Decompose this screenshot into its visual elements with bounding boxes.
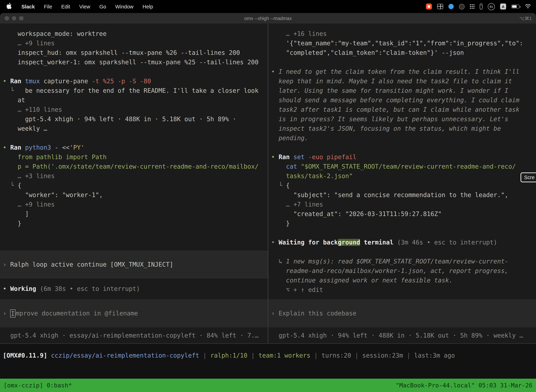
terminal-line: from pathlib import Path <box>0 152 268 162</box>
menu-file[interactable]: File <box>39 4 57 9</box>
close-button[interactable] <box>5 16 9 21</box>
terminal-line <box>268 58 536 67</box>
right-bottom-group: › Explain this codebase gpt-5.4 xhigh · … <box>268 299 536 343</box>
ralph-loop-prompt-text: › Ralph loop active continue [OMX_TMUX_I… <box>0 260 173 269</box>
terminal-line: cat "$OMX_TEAM_STATE_ROOT/team/review-cu… <box>268 162 536 171</box>
terminal-line: … +3 lines <box>0 171 268 181</box>
menu-go[interactable]: Go <box>95 4 111 9</box>
tmux-session-window: [omx-cczip] 0:bash* <box>4 379 72 392</box>
terminal-line <box>268 143 536 152</box>
menu-bar-status-items: 61 A <box>426 3 536 10</box>
terminal-line: weekly … <box>0 124 268 134</box>
terminal-line: } <box>268 219 536 228</box>
terminal-line: "subject": "send a concise recommendatio… <box>268 190 536 200</box>
terminal-line <box>268 247 536 257</box>
terminal-line: keep that in mind. Maybe I also need the… <box>268 77 536 86</box>
left-scrollback: workspace_mode: worktree … +9 lines insp… <box>0 29 268 228</box>
terminal-line: workspace_mode: worktree <box>0 29 268 39</box>
key-icon[interactable] <box>480 4 483 9</box>
right-scrollback: … +16 lines '{"team_name":"my-team","tas… <box>268 29 536 295</box>
screen-recording-stop-icon[interactable] <box>426 4 432 9</box>
terminal-line <box>0 134 268 143</box>
terminal-line: ↳ 1 new msg(s): read $OMX_TEAM_STATE_ROO… <box>268 257 536 266</box>
terminal-line: readme-and-reco/mailbox/worker-1.json, a… <box>268 266 536 276</box>
model-status-left: gpt-5.4 xhigh · essay/ai-reimplementatio… <box>0 331 268 340</box>
terminal-line: gpt-5.4 xhigh · 94% left · 488K in · 5.1… <box>0 115 268 124</box>
terminal-line: task2 after task1 is complete, but can I… <box>268 105 536 115</box>
terminal-line: … +7 lines <box>268 200 536 209</box>
left-bottom-group: › Ralph loop active continue [OMX_TMUX_I… <box>0 250 268 343</box>
wifi-icon[interactable] <box>525 4 531 9</box>
terminal-line <box>268 228 536 238</box>
input-source-icon[interactable]: A <box>500 4 506 9</box>
terminal-line: "worker": "worker-1", <box>0 190 268 200</box>
terminal-line: … +110 lines <box>0 105 268 115</box>
terminal-line: is in progress? It seems likely but perh… <box>268 115 536 124</box>
tmux-host-clock: "MacBook-Pro-44.local" 05:03 31-Mar-26 <box>396 379 532 392</box>
window-title: omx --xhigh --madmax <box>0 16 536 21</box>
terminal-line: … +9 lines <box>0 200 268 209</box>
terminal-line: ] <box>0 209 268 219</box>
terminal-line: • Ran tmux capture-pane -t %25 -p -S -80 <box>0 77 268 86</box>
working-status-line: • Working (6m 38s • esc to interrupt) <box>0 284 268 294</box>
menu-view[interactable]: View <box>75 4 95 9</box>
input-prompt-right-text: › Explain this codebase <box>268 308 356 318</box>
zoom-button[interactable] <box>19 16 23 21</box>
terminal-line: inspect_worker-1: omx sparkshell --tmux-… <box>0 58 268 67</box>
traffic-lights <box>5 16 23 21</box>
window-title-bar[interactable]: omx --xhigh --madmax ⌥⌘1 <box>0 13 536 23</box>
window-shortcut-hint: ⌥⌘1 <box>519 16 532 21</box>
battery-percent-badge[interactable]: 61 <box>488 3 495 10</box>
dots-grid-icon[interactable] <box>470 4 474 9</box>
omx-status-bar: [OMX#0.11.9] cczip/essay/ai-reimplementa… <box>0 344 536 379</box>
terminal-line: tasks/task-2.json" <box>268 171 536 181</box>
terminal-line: should send a message before completing … <box>268 96 536 105</box>
terminal: workspace_mode: worktree … +9 lines insp… <box>0 23 536 344</box>
terminal-line: ⌥ + ↑ edit <box>268 285 536 295</box>
screen: Slack File Edit View Go Window Help 61 A <box>0 0 536 392</box>
terminal-line: • I need to get the claim token from the… <box>268 67 536 77</box>
window-grid-icon[interactable] <box>437 4 443 9</box>
right-pane[interactable]: … +16 lines '{"team_name":"my-team","tas… <box>268 23 536 343</box>
menu-bar: Slack File Edit View Go Window Help 61 A <box>0 0 536 13</box>
input-prompt-right[interactable]: › Explain this codebase <box>268 299 536 327</box>
dark-circle-app-icon[interactable] <box>459 4 464 9</box>
terminal-line: └ { <box>268 181 536 190</box>
blue-app-icon[interactable] <box>448 4 454 9</box>
menu-window[interactable]: Window <box>111 4 138 9</box>
terminal-line: • Waiting for background terminal (3m 46… <box>268 238 536 247</box>
menu-help[interactable]: Help <box>138 4 158 9</box>
terminal-line: inspect_hud: omx sparkshell --tmux-pane … <box>0 48 268 58</box>
terminal-line: └ be necessary for the end of the README… <box>0 86 268 96</box>
terminal-line: pending. <box>268 134 536 143</box>
terminal-line: '{"team_name":"my-team","task_id":"1","f… <box>268 39 536 48</box>
left-pane[interactable]: workspace_mode: worktree … +9 lines insp… <box>0 23 268 343</box>
terminal-line: └ { <box>0 181 268 190</box>
terminal-line: … +9 lines <box>0 39 268 48</box>
terminal-line: continue assigned work or next feasible … <box>268 276 536 285</box>
terminal-line: inspect task2's JSON, focusing on the st… <box>268 124 536 134</box>
menu-edit[interactable]: Edit <box>57 4 75 9</box>
apple-menu[interactable] <box>0 3 17 10</box>
tmux-status-bar: [omx-cczip] 0:bash* "MacBook-Pro-44.loca… <box>0 379 536 392</box>
terminal-line <box>0 67 268 77</box>
screen-tooltip: Scre <box>521 173 536 182</box>
active-app-menu[interactable]: Slack <box>17 4 39 9</box>
omx-status-line: [OMX#0.11.9] cczip/essay/ai-reimplementa… <box>0 351 536 360</box>
terminal-line: • Ran python3 - <<'PY' <box>0 143 268 152</box>
terminal-line: "created_at": "2026-03-31T11:59:27.816Z" <box>268 209 536 219</box>
terminal-line: p = Path('.omx/state/team/review-current… <box>0 162 268 171</box>
terminal-line: … +16 lines <box>268 29 536 39</box>
input-prompt-left[interactable]: › Improve documentation in @filename <box>0 299 268 327</box>
terminal-line: • Ran set -euo pipefail <box>268 152 536 162</box>
apple-logo-icon <box>6 3 12 10</box>
terminal-line: later. Using the same for transition mig… <box>268 86 536 96</box>
model-status-right: gpt-5.4 xhigh · 94% left · 488K in · 5.1… <box>268 331 536 340</box>
terminal-line: "completed","claim_token":"claim-token"}… <box>268 48 536 58</box>
battery-icon[interactable] <box>511 5 519 9</box>
terminal-line: at <box>0 96 268 105</box>
minimize-button[interactable] <box>12 16 16 21</box>
ralph-loop-prompt[interactable]: › Ralph loop active continue [OMX_TMUX_I… <box>0 250 268 279</box>
terminal-line: } <box>0 219 268 228</box>
menu-bar-left: Slack File Edit View Go Window Help <box>0 0 158 13</box>
